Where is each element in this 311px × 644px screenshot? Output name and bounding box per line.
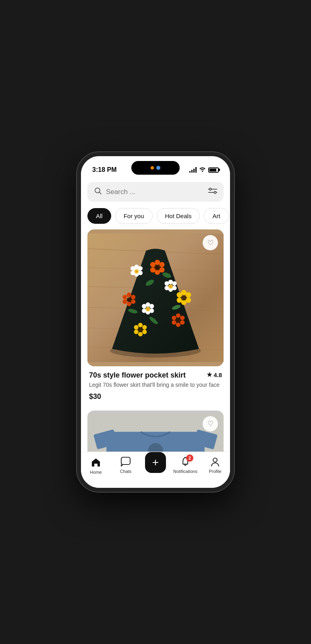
svg-point-60: [172, 320, 176, 324]
plus-icon: +: [152, 457, 159, 468]
svg-point-62: [176, 318, 180, 323]
nav-notifications[interactable]: 2 Notifications: [170, 456, 200, 474]
svg-point-49: [127, 293, 131, 297]
chat-icon: [120, 456, 131, 467]
svg-point-3: [214, 192, 216, 194]
svg-point-53: [122, 299, 127, 304]
home-icon: [90, 457, 102, 468]
svg-point-51: [131, 299, 135, 304]
svg-point-90: [213, 458, 217, 462]
star-icon-1: ★: [207, 371, 212, 378]
battery-icon: [208, 167, 219, 173]
svg-point-18: [138, 266, 143, 270]
svg-point-32: [170, 285, 172, 288]
svg-point-34: [149, 304, 154, 308]
svg-point-54: [122, 295, 127, 299]
svg-point-69: [181, 295, 187, 300]
svg-point-68: [177, 292, 182, 297]
product-title-1: 70s style flower pocket skirt: [89, 371, 203, 380]
svg-point-74: [134, 330, 138, 334]
svg-point-63: [181, 290, 187, 295]
svg-point-44: [155, 270, 160, 275]
island-indicator-blue: [156, 166, 160, 170]
nav-chats[interactable]: Chats: [111, 456, 141, 474]
svg-point-59: [176, 322, 180, 327]
svg-point-40: [147, 308, 149, 310]
svg-point-57: [180, 316, 185, 320]
heart-icon-2: ♡: [207, 419, 214, 428]
rating-value-1: 4.8: [214, 372, 222, 378]
svg-point-45: [150, 267, 156, 272]
product-card-1[interactable]: ♡ 70s style flower pocket skirt ★ 4.8 Le…: [87, 229, 224, 401]
category-pill-hot-deals[interactable]: Hot Deals: [157, 208, 200, 224]
svg-point-73: [138, 332, 143, 336]
content-scroll[interactable]: All For you Hot Deals Art Chirop: [81, 178, 230, 488]
category-pill-all[interactable]: All: [87, 208, 111, 224]
wifi-icon: [199, 167, 206, 173]
svg-point-24: [135, 270, 138, 272]
svg-point-46: [150, 262, 156, 267]
svg-point-61: [172, 316, 176, 320]
nav-profile[interactable]: Profile: [200, 456, 230, 474]
svg-point-52: [127, 301, 131, 306]
svg-line-1: [100, 192, 102, 194]
profile-icon: [209, 456, 221, 467]
svg-point-58: [180, 320, 185, 324]
svg-point-43: [159, 267, 164, 272]
svg-point-75: [134, 325, 138, 330]
nav-chats-label: Chats: [120, 469, 132, 474]
svg-point-76: [138, 328, 143, 332]
svg-point-26: [172, 281, 176, 286]
dynamic-island: [131, 161, 180, 175]
svg-point-70: [138, 323, 143, 327]
add-button[interactable]: +: [145, 452, 166, 473]
svg-point-38: [142, 304, 146, 308]
bell-icon: 2: [180, 456, 191, 467]
svg-point-48: [156, 266, 159, 269]
status-time: 3:18 PM: [92, 166, 116, 173]
heart-icon-1: ♡: [207, 239, 214, 247]
nav-add[interactable]: +: [141, 456, 170, 473]
svg-point-67: [177, 297, 182, 303]
nav-notifications-label: Notifications: [173, 469, 197, 474]
svg-point-66: [181, 300, 187, 305]
category-pill-art[interactable]: Art: [204, 208, 228, 224]
product-desc-1: Legit 70s flower skirt that'll bring a s…: [89, 381, 222, 389]
bottom-nav: Home Chats +: [81, 452, 230, 488]
svg-point-2: [209, 188, 211, 190]
search-icon: [94, 187, 102, 197]
status-icons: [189, 167, 219, 173]
svg-point-42: [159, 262, 164, 267]
nav-profile-label: Profile: [209, 469, 221, 474]
search-bar: [87, 182, 224, 202]
favorite-button-2[interactable]: ♡: [203, 416, 218, 431]
product-image-1: ♡: [87, 229, 224, 366]
svg-rect-88: [121, 457, 130, 464]
svg-point-50: [131, 295, 135, 299]
svg-point-30: [165, 281, 169, 286]
island-indicator-orange: [151, 166, 154, 169]
product-skirt-image: [87, 229, 224, 366]
products-list: ♡ 70s style flower pocket skirt ★ 4.8 Le…: [81, 229, 230, 488]
favorite-button-1[interactable]: ♡: [203, 235, 218, 250]
categories-row: All For you Hot Deals Art Chirop: [81, 206, 230, 229]
notification-badge: 2: [186, 454, 193, 462]
product-info-1: 70s style flower pocket skirt ★ 4.8 Legi…: [87, 366, 224, 401]
svg-point-56: [176, 313, 180, 318]
phone-frame: 3:18 PM: [77, 152, 234, 492]
category-pill-for-you[interactable]: For you: [115, 208, 153, 224]
filter-icon[interactable]: [208, 187, 217, 196]
search-bar-wrapper: [81, 178, 230, 206]
svg-point-64: [186, 292, 191, 297]
search-input[interactable]: [106, 188, 204, 196]
nav-home-label: Home: [90, 470, 102, 475]
product-rating-1: ★ 4.8: [207, 371, 222, 378]
svg-point-65: [186, 297, 191, 303]
product-price-1: $30: [89, 392, 222, 401]
svg-point-71: [142, 325, 147, 330]
phone-screen: 3:18 PM: [81, 156, 230, 488]
nav-home[interactable]: Home: [81, 456, 111, 475]
svg-point-22: [131, 266, 135, 270]
svg-point-55: [127, 297, 131, 302]
signal-icon: [189, 167, 197, 173]
